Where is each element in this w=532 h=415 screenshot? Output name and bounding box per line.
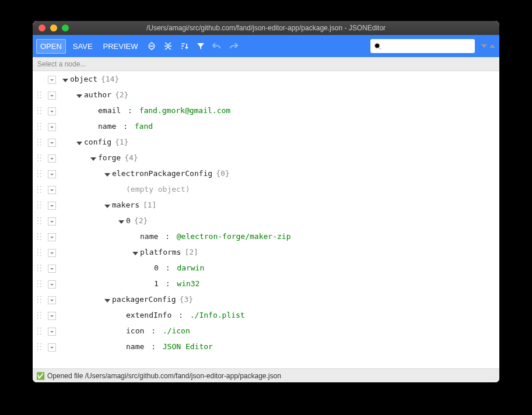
tree-row[interactable]: 0{2} (33, 213, 498, 228)
row-menu[interactable] (46, 181, 58, 197)
drag-handle[interactable] (33, 213, 46, 228)
tree-row[interactable]: name : JSON Editor (33, 339, 498, 354)
undo-icon[interactable] (211, 40, 223, 52)
toggle-icon[interactable] (76, 142, 82, 145)
drag-handle[interactable] (33, 276, 46, 291)
row-menu[interactable] (46, 213, 58, 228)
toggle-icon[interactable] (104, 299, 110, 303)
row-menu[interactable] (46, 291, 58, 307)
menu-icon[interactable] (48, 107, 56, 115)
drag-handle[interactable] (33, 307, 46, 323)
search-box[interactable] (370, 39, 475, 53)
tree-row[interactable]: name : fand (33, 118, 498, 134)
collapse-all-icon[interactable] (162, 40, 174, 52)
menu-icon[interactable] (48, 76, 56, 84)
row-menu[interactable] (46, 323, 58, 339)
tree-row[interactable]: icon : ./icon (33, 323, 498, 339)
row-menu[interactable] (46, 166, 58, 181)
row-menu[interactable] (46, 71, 58, 87)
node-value[interactable]: ./icon (163, 326, 190, 335)
maximize-window-button[interactable] (62, 24, 69, 31)
node-key[interactable]: platforms (140, 248, 181, 256)
row-menu[interactable] (46, 134, 58, 150)
tree-row[interactable]: name : @electron-forge/maker-zip (33, 228, 498, 244)
node-key[interactable]: object (70, 75, 97, 83)
menu-icon[interactable] (48, 312, 56, 320)
menu-icon[interactable] (48, 154, 56, 163)
filter-icon[interactable] (194, 40, 207, 52)
drag-handle[interactable] (33, 323, 46, 339)
tree-view[interactable]: object{14}author{2}email : fand.gmork@gm… (33, 71, 499, 368)
menu-icon[interactable] (48, 92, 56, 100)
toggle-icon[interactable] (132, 252, 138, 255)
search-prev-icon[interactable] (489, 43, 496, 49)
row-menu[interactable] (46, 339, 58, 354)
menu-icon[interactable] (48, 123, 56, 131)
node-value[interactable]: ./Info.plist (190, 311, 245, 319)
menu-icon[interactable] (48, 328, 56, 336)
menu-icon[interactable] (48, 202, 56, 210)
tree-row[interactable]: 1 : win32 (33, 276, 498, 291)
toggle-icon[interactable] (104, 173, 110, 177)
node-key[interactable]: extendInfo (126, 311, 172, 319)
node-key[interactable]: icon (126, 326, 144, 335)
redo-icon[interactable] (227, 40, 240, 52)
toggle-icon[interactable] (104, 205, 110, 208)
menu-icon[interactable] (48, 249, 56, 257)
menu-icon[interactable] (48, 343, 56, 351)
tree-row[interactable]: 0 : darwin (33, 260, 498, 276)
node-key[interactable]: electronPackagerConfig (112, 169, 212, 178)
drag-handle[interactable] (33, 181, 46, 197)
node-value[interactable]: darwin (177, 263, 204, 272)
tree-row[interactable]: packagerConfig{3} (33, 291, 498, 307)
row-menu[interactable] (46, 118, 58, 134)
node-value[interactable]: fand (135, 122, 153, 131)
tree-row[interactable]: object{14} (33, 71, 498, 87)
row-menu[interactable] (46, 260, 58, 276)
tree-row[interactable]: platforms[2] (33, 244, 498, 260)
tree-row[interactable]: extendInfo : ./Info.plist (33, 307, 498, 323)
tree-row[interactable]: (empty object) (33, 181, 498, 197)
preview-button[interactable]: PREVIEW (100, 40, 142, 53)
tree-row[interactable]: config{1} (33, 134, 498, 150)
expand-all-icon[interactable] (145, 40, 158, 52)
node-value[interactable]: fand.gmork@gmail.com (139, 106, 231, 115)
drag-handle[interactable] (33, 339, 46, 354)
menu-icon[interactable] (48, 139, 56, 147)
row-menu[interactable] (46, 276, 58, 291)
drag-handle[interactable] (33, 134, 46, 150)
drag-handle[interactable] (33, 291, 46, 307)
node-key[interactable]: name (140, 232, 158, 241)
node-key[interactable]: packagerConfig (112, 295, 176, 304)
menu-icon[interactable] (48, 217, 56, 226)
close-window-button[interactable] (38, 24, 46, 31)
node-value[interactable]: @electron-forge/maker-zip (177, 232, 291, 241)
menu-icon[interactable] (48, 186, 56, 194)
search-next-icon[interactable] (481, 43, 488, 49)
drag-handle[interactable] (33, 150, 46, 166)
node-key[interactable]: email (98, 106, 121, 115)
node-key[interactable]: author (84, 90, 111, 99)
node-value[interactable]: win32 (177, 279, 200, 288)
menu-icon[interactable] (48, 233, 56, 241)
drag-handle[interactable] (33, 166, 46, 181)
toggle-icon[interactable] (118, 220, 124, 224)
row-menu[interactable] (46, 244, 58, 260)
open-button[interactable]: OPEN (36, 39, 66, 54)
minimize-window-button[interactable] (50, 24, 57, 31)
tree-row[interactable]: author{2} (33, 87, 498, 103)
save-button[interactable]: SAVE (69, 40, 96, 53)
tree-row[interactable]: makers[1] (33, 197, 498, 213)
toggle-icon[interactable] (90, 157, 96, 161)
toggle-icon[interactable] (76, 94, 82, 98)
node-key[interactable]: name (126, 342, 144, 351)
node-key[interactable]: name (98, 122, 116, 131)
menu-icon[interactable] (48, 296, 56, 304)
drag-handle[interactable] (33, 197, 46, 213)
node-key[interactable]: 0 (154, 263, 159, 272)
breadcrumb[interactable]: Select a node... (33, 57, 499, 71)
drag-handle[interactable] (33, 260, 46, 276)
node-key[interactable]: makers (112, 201, 139, 209)
row-menu[interactable] (46, 307, 58, 323)
tree-row[interactable]: forge{4} (33, 150, 498, 166)
